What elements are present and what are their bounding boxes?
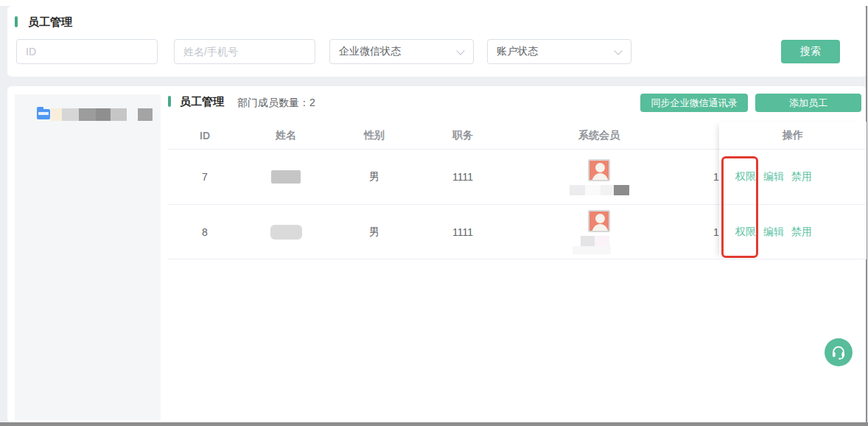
- account-status-select-value: 账户状态: [497, 45, 538, 58]
- add-employee-button[interactable]: 添加员工: [755, 94, 861, 112]
- member-count-label: 部门成员数量：2: [237, 97, 315, 110]
- redacted-block: [601, 185, 614, 195]
- member-avatar-box: [587, 210, 611, 254]
- redacted-block: [614, 185, 629, 195]
- permission-link[interactable]: 权限: [735, 226, 756, 239]
- redacted-block: [138, 108, 153, 121]
- name-phone-filter-input[interactable]: [174, 39, 315, 64]
- cell-id: 8: [168, 226, 242, 238]
- redacted-block: [271, 170, 301, 184]
- header-system-member: 系统会员: [507, 129, 691, 142]
- fixed-operations-column: 操作 权限 编辑 禁用 权限 编辑 禁用: [719, 122, 867, 259]
- cell-system-member: [507, 159, 691, 195]
- search-button[interactable]: 搜索: [781, 40, 840, 63]
- employee-list-card: 员工管理 部门成员数量：2 同步企业微信通讯录 添加员工 ID 姓名 性别 职务…: [7, 86, 867, 423]
- folder-icon: [37, 109, 50, 119]
- cell-system-member: [507, 210, 691, 254]
- cell-job: 1111: [419, 171, 507, 183]
- chevron-down-icon: [614, 46, 622, 55]
- redacted-block: [570, 185, 585, 195]
- cell-gender: 男: [330, 170, 419, 184]
- account-status-select[interactable]: 账户状态: [487, 39, 631, 64]
- headset-icon: [830, 344, 847, 360]
- redacted-block: [62, 108, 79, 121]
- department-tree-item[interactable]: [15, 94, 161, 130]
- cell-gender: 男: [330, 226, 419, 239]
- operations-cell: 权限 编辑 禁用: [719, 205, 867, 259]
- filter-card: 员工管理 企业微信状态 账户状态 搜索: [7, 6, 867, 77]
- redacted-block: [79, 108, 96, 121]
- title-accent-bar: [15, 16, 18, 27]
- header-operations: 操作: [719, 122, 867, 150]
- header-gender: 性别: [330, 129, 419, 142]
- member-avatar-box: [570, 159, 629, 195]
- edit-link[interactable]: 编辑: [763, 170, 784, 184]
- section-title: 员工管理: [180, 95, 224, 108]
- page-title: 员工管理: [28, 15, 72, 29]
- disable-link[interactable]: 禁用: [791, 170, 812, 184]
- cell-name: [242, 170, 330, 184]
- redacted-block: [111, 108, 127, 121]
- section-accent-bar: [168, 96, 171, 107]
- cell-job: 1111: [419, 226, 507, 238]
- edit-link[interactable]: 编辑: [763, 226, 784, 239]
- customer-support-button[interactable]: [825, 338, 853, 366]
- sync-wework-contacts-button[interactable]: 同步企业微信通讯录: [640, 94, 748, 112]
- operations-cell: 权限 编辑 禁用: [719, 150, 867, 205]
- header-job: 职务: [419, 129, 507, 142]
- top-strip: [0, 0, 868, 6]
- wework-status-select[interactable]: 企业微信状态: [329, 39, 474, 64]
- redacted-block: [573, 246, 611, 254]
- redacted-block: [51, 108, 62, 121]
- header-id: ID: [168, 130, 242, 142]
- redacted-block: [595, 236, 609, 246]
- redacted-block: [585, 185, 601, 195]
- id-filter-input[interactable]: [16, 39, 158, 64]
- avatar: [588, 159, 610, 181]
- avatar: [588, 210, 610, 232]
- disable-link[interactable]: 禁用: [791, 226, 812, 239]
- redacted-block: [96, 108, 111, 121]
- redacted-block: [581, 236, 595, 246]
- header-name: 姓名: [242, 129, 330, 142]
- cell-id: 7: [168, 171, 242, 183]
- clipped-cell-value: 1: [713, 171, 719, 183]
- wework-status-select-value: 企业微信状态: [339, 45, 401, 58]
- horizontal-scrollbar[interactable]: [0, 422, 868, 426]
- clipped-cell-value: 1: [713, 226, 719, 238]
- department-tree-sidebar[interactable]: [15, 94, 161, 420]
- chevron-down-icon: [456, 46, 464, 55]
- employee-management-page: 员工管理 企业微信状态 账户状态 搜索: [0, 0, 868, 426]
- redacted-block: [270, 225, 302, 240]
- redacted-name-blocks: [570, 185, 629, 195]
- redacted-name-blocks: [581, 236, 609, 246]
- cell-name: [242, 225, 330, 240]
- permission-link[interactable]: 权限: [735, 170, 756, 184]
